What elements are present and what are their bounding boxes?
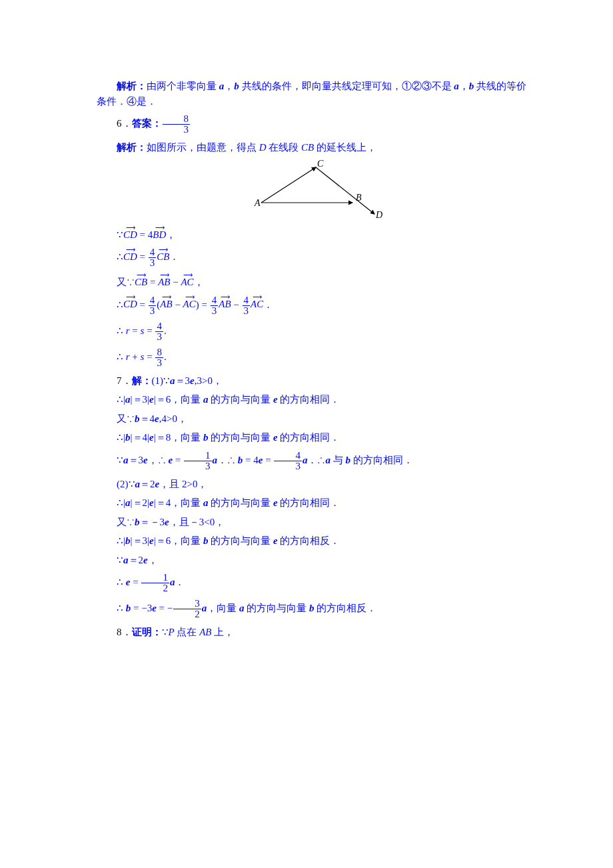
q7-p2-l6: ∴ e = 12a． (97, 573, 534, 593)
q6-rs: ∴ r = s = 43. (97, 321, 534, 342)
q6-sum: ∴ r + s = 83. (97, 347, 534, 368)
q7-p2-l5: ∵a＝2e， (97, 553, 534, 568)
q8-line: 8．证明：∵P 点在 AB 上， (97, 625, 534, 640)
q7-p2-l4: ∴|b|＝3|e|＝6，向量 b 的方向与向量 e 的方向相反． (97, 533, 534, 549)
q7-p1-l4: ∴|b|＝4|e|＝8，向量 b 的方向与向量 e 的方向相同． (97, 430, 534, 445)
svg-line-1 (261, 167, 316, 203)
svg-text:D: D (375, 210, 382, 219)
svg-text:A: A (254, 198, 261, 208)
q6-eq2: ∴⟶CD = 43⟶CB． (97, 247, 534, 268)
q5-analysis-line1: 解析：由两个非零向量 a，b 共线的条件，即向量共线定理可知，①②③不是 a，b… (97, 79, 534, 109)
q6-diagram: A B C D (97, 159, 534, 219)
q6-eq3: 又∵⟶CB = ⟶AB − ⟶AC， (97, 273, 534, 290)
q7-p2-l7: ∴ b = −3e = −32a，向量 a 的方向与向量 b 的方向相反． (97, 599, 534, 619)
svg-line-2 (316, 167, 374, 214)
q7-p2-l1: (2)∵a＝2e，且 2>0， (97, 477, 534, 492)
q7-p1-l3: 又∵b＝4e,4>0， (97, 411, 534, 427)
svg-text:B: B (356, 193, 362, 203)
q7-p2-l2: ∴|a|＝2|e|＝4，向量 a 的方向与向量 e 的方向相同． (97, 495, 534, 511)
q6-analysis-intro: 解析：如图所示，由题意，得点 D 在线段 CB 的延长线上， (97, 140, 534, 155)
q7-p1-l1: 7．解：(1)∵a＝3e,3>0， (97, 373, 534, 389)
q7-p1-l5: ∵a＝3e，∴ e = 13a．∴ b = 4e = 43a．∴a 与 b 的方… (97, 451, 534, 471)
svg-text:C: C (317, 159, 324, 169)
q6-eq4: ∴⟶CD = 43(⟶AB − ⟶AC) = 43⟶AB − 43⟶AC． (97, 295, 534, 316)
q6-eq1: ∵⟶CD = 4⟶BD， (97, 226, 534, 243)
q6-answer: 6．答案：83 (97, 114, 534, 135)
analysis-label: 解析： (117, 81, 147, 91)
q7-p2-l3: 又∵b＝－3e，且－3<0， (97, 515, 534, 530)
q7-p1-l2: ∴|a|＝3|e|＝6，向量 a 的方向与向量 e 的方向相同． (97, 392, 534, 407)
